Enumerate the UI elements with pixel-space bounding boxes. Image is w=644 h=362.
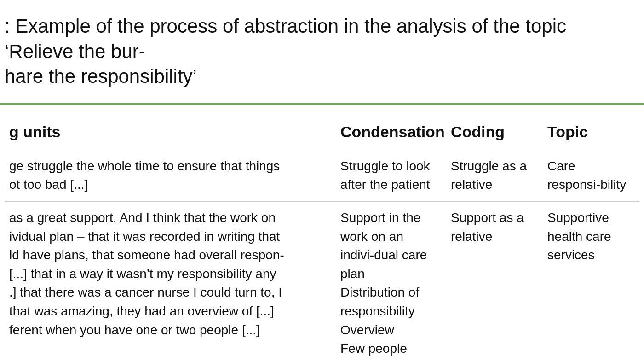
condensation-1: Struggle to look after the patient bbox=[336, 150, 446, 202]
coding-1: Struggle as a relative bbox=[446, 150, 543, 202]
title-line2: hare the responsibility’ bbox=[5, 65, 197, 87]
analysis-table: g units Condensation Coding Topic ge str… bbox=[5, 118, 639, 362]
header-topic: Topic bbox=[543, 118, 639, 150]
topic-1: Care responsi-bility bbox=[543, 150, 639, 202]
header-coding: Coding bbox=[446, 118, 543, 150]
table-header-row: g units Condensation Coding Topic bbox=[5, 118, 639, 150]
top-divider bbox=[0, 103, 644, 105]
title-line1: : Example of the process of abstraction … bbox=[5, 15, 566, 62]
condensation-2: Support in the work on an indivi-dual ca… bbox=[336, 201, 446, 362]
title-section: : Example of the process of abstraction … bbox=[0, 14, 644, 99]
coding-2: Support as a relative bbox=[446, 201, 543, 362]
page-container: : Example of the process of abstraction … bbox=[0, 0, 644, 362]
table-row: ge struggle the whole time to ensure tha… bbox=[5, 150, 639, 202]
topic-2: Supportive health care services bbox=[543, 201, 639, 362]
header-condensation: Condensation bbox=[336, 118, 446, 150]
table-section: g units Condensation Coding Topic ge str… bbox=[0, 118, 644, 362]
header-meaning-units: g units bbox=[5, 118, 336, 150]
meaning-unit-2: as a great support. And I think that the… bbox=[5, 201, 336, 362]
meaning-unit-1: ge struggle the whole time to ensure tha… bbox=[5, 150, 336, 202]
page-title: : Example of the process of abstraction … bbox=[5, 14, 635, 89]
table-row: as a great support. And I think that the… bbox=[5, 201, 639, 362]
